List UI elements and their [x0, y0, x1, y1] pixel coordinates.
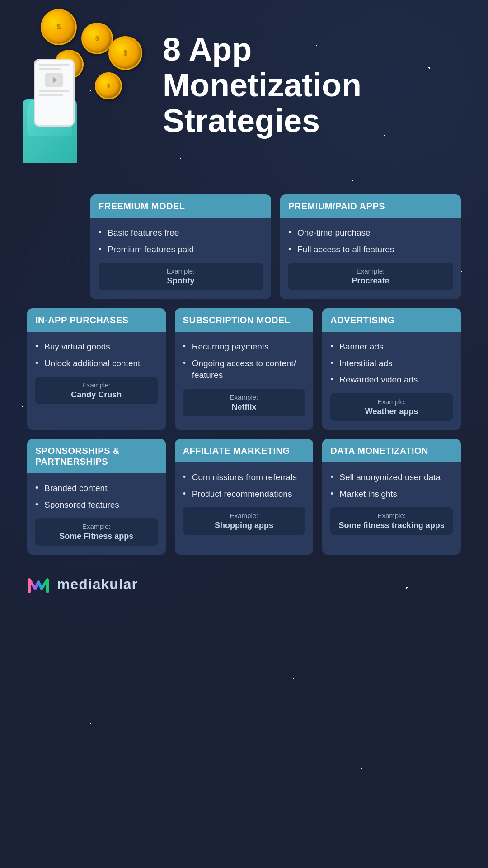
card-subscription-header: SUBSCRIPTION MODEL [175, 308, 314, 332]
card-premium: PREMIUM/PAID APPS One-time purchase Full… [280, 194, 461, 299]
advertising-bullet-1: Banner ads [330, 341, 453, 353]
mediakular-logo-icon [27, 573, 50, 595]
subscription-bullet-1: Recurring payments [183, 341, 305, 353]
row-2-grid: IN-APP PURCHASES Buy virtual goods Unloc… [27, 308, 461, 430]
freemium-example-value: Spotify [167, 276, 195, 285]
phone-line-3 [39, 90, 70, 92]
card-data: DATA MONETIZATION Sell anonymized user d… [322, 439, 461, 555]
card-inapp-body: Buy virtual goods Unlock additional cont… [27, 332, 166, 413]
card-data-list: Sell anonymized user data Market insight… [330, 472, 453, 500]
card-inapp: IN-APP PURCHASES Buy virtual goods Unloc… [27, 308, 166, 430]
premium-bullet-1: One-time purchase [288, 227, 453, 239]
phone-line-4 [39, 94, 63, 96]
card-inapp-list: Buy virtual goods Unlock additional cont… [35, 341, 158, 369]
phone [34, 59, 75, 127]
header-illustration [27, 9, 154, 163]
card-freemium-body: Basic features free Premium features pai… [90, 218, 271, 299]
card-advertising-body: Banner ads Interstitial ads Rewarded vid… [322, 332, 461, 430]
freemium-example: Example: Spotify [99, 263, 263, 290]
sponsorships-example-label: Example: [42, 523, 151, 530]
coin-1 [41, 9, 77, 45]
affiliate-example-label: Example: [189, 512, 299, 519]
premium-example-value: Procreate [352, 276, 389, 285]
card-inapp-header: IN-APP PURCHASES [27, 308, 166, 332]
inapp-example-label: Example: [42, 381, 151, 389]
coins-illustration [27, 9, 154, 163]
subscription-example: Example: Netflix [183, 389, 305, 416]
premium-bullet-2: Full access to all features [288, 244, 453, 256]
row-3-grid: SPONSORSHIPS & PARTNERSHIPS Branded cont… [27, 439, 461, 555]
subscription-example-value: Netflix [231, 402, 256, 411]
card-advertising: ADVERTISING Banner ads Interstitial ads … [322, 308, 461, 430]
coin-4 [108, 36, 142, 70]
inapp-bullet-1: Buy virtual goods [35, 341, 158, 353]
sponsorships-bullet-2: Sponsored features [35, 499, 158, 511]
phone-line-2 [39, 68, 61, 70]
advertising-example-label: Example: [337, 398, 446, 406]
card-sponsorships-list: Branded content Sponsored features [35, 482, 158, 511]
data-example-label: Example: [337, 512, 446, 519]
advertising-example: Example: Weather apps [330, 393, 453, 421]
card-sponsorships-body: Branded content Sponsored features Examp… [27, 473, 166, 555]
card-advertising-list: Banner ads Interstitial ads Rewarded vid… [330, 341, 453, 386]
inapp-bullet-2: Unlock additional content [35, 358, 158, 370]
advertising-example-value: Weather apps [365, 407, 418, 416]
brand-name: mediakular [57, 576, 138, 593]
data-bullet-2: Market insights [330, 488, 453, 500]
data-example-value: Some fitness tracking apps [339, 521, 445, 530]
data-example: Example: Some fitness tracking apps [330, 507, 453, 535]
affiliate-bullet-2: Product recommendations [183, 488, 305, 500]
coin-2 [81, 23, 113, 54]
card-affiliate-header: AFFILIATE MARKETING [175, 439, 314, 462]
freemium-bullet-2: Premium features paid [99, 244, 263, 256]
header-text: 8 App Monetization Strategies [154, 18, 461, 139]
freemium-example-label: Example: [105, 267, 257, 275]
affiliate-example: Example: Shopping apps [183, 507, 305, 535]
card-affiliate: AFFILIATE MARKETING Commissions from ref… [175, 439, 314, 555]
row-1-grid: FREEMIUM MODEL Basic features free Premi… [90, 194, 461, 299]
card-freemium-header: FREEMIUM MODEL [90, 194, 271, 218]
main-title: 8 App Monetization Strategies [163, 32, 461, 139]
page-container: 8 App Monetization Strategies FREEMIUM M… [0, 0, 488, 632]
data-bullet-1: Sell anonymized user data [330, 472, 453, 484]
card-affiliate-list: Commissions from referrals Product recom… [183, 472, 305, 500]
affiliate-bullet-1: Commissions from referrals [183, 472, 305, 484]
card-premium-body: One-time purchase Full access to all fea… [280, 218, 461, 299]
freemium-bullet-1: Basic features free [99, 227, 263, 239]
premium-example: Example: Procreate [288, 263, 453, 290]
phone-line-1 [39, 64, 70, 66]
advertising-bullet-2: Interstitial ads [330, 358, 453, 370]
sponsorships-example-value: Some Fitness apps [59, 532, 133, 541]
card-freemium-list: Basic features free Premium features pai… [99, 227, 263, 255]
inapp-example: Example: Candy Crush [35, 377, 158, 404]
phone-play-button [45, 73, 63, 87]
card-sponsorships: SPONSORSHIPS & PARTNERSHIPS Branded cont… [27, 439, 166, 555]
card-advertising-header: ADVERTISING [322, 308, 461, 332]
card-sponsorships-header: SPONSORSHIPS & PARTNERSHIPS [27, 439, 166, 473]
inapp-example-value: Candy Crush [71, 390, 122, 399]
subscription-example-label: Example: [189, 393, 299, 401]
phone-screen [35, 60, 73, 125]
subscription-bullet-2: Ongoing access to content/ features [183, 358, 305, 382]
footer: mediakular [27, 564, 461, 604]
card-premium-list: One-time purchase Full access to all fea… [288, 227, 453, 255]
card-subscription-list: Recurring payments Ongoing access to con… [183, 341, 305, 382]
sponsorships-example: Example: Some Fitness apps [35, 518, 158, 546]
card-premium-header: PREMIUM/PAID APPS [280, 194, 461, 218]
hand-arm [23, 81, 86, 163]
card-data-body: Sell anonymized user data Market insight… [322, 462, 461, 544]
card-subscription-body: Recurring payments Ongoing access to con… [175, 332, 314, 425]
coin-5 [95, 72, 122, 99]
advertising-bullet-3: Rewarded video ads [330, 374, 453, 386]
header-section: 8 App Monetization Strategies [27, 18, 461, 172]
play-triangle [53, 77, 57, 83]
card-subscription: SUBSCRIPTION MODEL Recurring payments On… [175, 308, 314, 430]
card-data-header: DATA MONETIZATION [322, 439, 461, 462]
affiliate-example-value: Shopping apps [215, 521, 273, 530]
premium-example-label: Example: [295, 267, 446, 275]
sponsorships-bullet-1: Branded content [35, 482, 158, 495]
card-freemium: FREEMIUM MODEL Basic features free Premi… [90, 194, 271, 299]
card-affiliate-body: Commissions from referrals Product recom… [175, 462, 314, 544]
